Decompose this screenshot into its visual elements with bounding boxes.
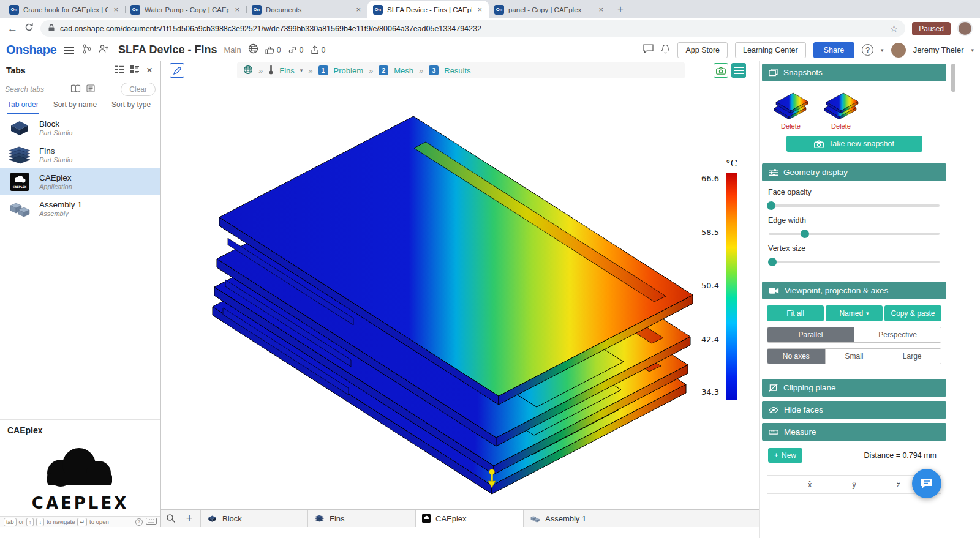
element-tab-caeplex[interactable]: CAEplex [416,510,524,527]
viewpoint-header[interactable]: Viewpoint, projection & axes [762,282,946,299]
back-icon[interactable]: ← [7,23,18,34]
tab-close-icon[interactable]: × [233,5,241,14]
notebook-icon[interactable] [86,84,95,95]
snapshot-thumbnail[interactable]: Delete [769,88,812,130]
browser-tab-crane-hook[interactable]: On Crane hook for CAEplex | CA × [4,1,125,18]
links-count[interactable]: 0 [288,45,304,54]
element-tab-assembly-1[interactable]: Assembly 1 [524,510,631,527]
no-axes-option[interactable]: No axes [767,349,825,364]
tab-close-icon[interactable]: × [476,5,483,14]
close-panel-icon[interactable]: × [145,64,154,77]
take-new-snapshot-button[interactable]: Take new snapshot [786,136,922,152]
large-axes-option[interactable]: Large [883,349,941,364]
user-avatar[interactable] [891,43,906,58]
step-problem-link[interactable]: Problem [334,66,363,75]
edge-width-slider[interactable] [769,230,940,238]
clipping-plane-header[interactable]: Clipping plane [762,379,946,397]
learning-center-button[interactable]: Learning Center [735,42,806,58]
slider-thumb[interactable] [768,258,777,266]
sidebar-item-block[interactable]: Block Part Studio [0,114,160,141]
panel-scrollbar[interactable] [951,64,956,92]
onshape-logo[interactable]: Onshape [6,43,56,57]
3d-viewport[interactable]: °C 66.6 58.5 50.4 42.4 34.3 [161,80,760,509]
sidebar-item-fins[interactable]: Fins Part Studio [0,141,160,168]
face-opacity-slider[interactable] [769,201,940,210]
sidebar-item-assembly-1[interactable]: Assembly 1 Assembly [0,195,160,222]
detail-view-icon[interactable] [130,65,139,76]
scope-globe-icon[interactable] [243,65,253,77]
app-store-button[interactable]: App Store [677,42,728,58]
screenshot-button[interactable] [714,63,728,78]
likes-count[interactable]: 0 [265,46,281,54]
tab-close-icon[interactable]: × [112,5,119,14]
share-users-icon[interactable] [99,44,109,56]
snapshot-thumbnail[interactable]: Delete [820,88,862,130]
keyboard-icon[interactable] [146,518,157,526]
parallel-option[interactable]: Parallel [767,327,854,342]
slider-thumb[interactable] [801,230,809,238]
search-tabs-input[interactable] [5,84,65,95]
new-measure-button[interactable]: +New [768,448,802,463]
browser-tab-slfa-device[interactable]: On SLFA Device - Fins | CAEplex × [368,1,489,18]
search-elements-icon[interactable] [161,510,181,527]
copy-paste-view-button[interactable]: Copy & paste [884,305,941,321]
sidebar-item-caeplex[interactable]: CAEPLEX CAEplex Application [0,168,160,195]
step-mesh-link[interactable]: Mesh [394,66,413,75]
named-views-button[interactable]: Named▾ [826,305,883,321]
geometry-display-header[interactable]: Geometry display [762,163,946,181]
share-button[interactable]: Share [813,42,854,58]
entity-dropdown[interactable]: Fins [279,66,295,75]
delete-snapshot-link[interactable]: Delete [820,122,862,130]
tab-close-icon[interactable]: × [597,5,605,14]
vertex-size-slider[interactable] [769,258,940,266]
tab-order-tab[interactable]: Tab order [7,100,39,114]
open-book-icon[interactable] [70,84,81,95]
user-name[interactable]: Jeremy Theler [913,45,964,54]
small-axes-option[interactable]: Small [825,349,883,364]
measure-header[interactable]: Measure [762,423,946,441]
shortcut-help-icon[interactable]: ? [135,518,143,526]
reload-icon[interactable] [24,23,34,34]
part-studio-fins-icon [6,144,34,165]
delete-snapshot-link[interactable]: Delete [769,122,812,130]
sort-by-name-tab[interactable]: Sort by name [53,100,97,114]
edit-button[interactable] [170,63,184,78]
main-menu-icon[interactable] [63,47,75,54]
element-tab-block[interactable]: Block [200,510,308,527]
hide-faces-header[interactable]: Hide faces [762,401,946,419]
viewpoint-section: Viewpoint, projection & axes Fit all Nam… [762,282,946,375]
comments-icon[interactable] [643,44,654,56]
bookmark-star-icon[interactable]: ☆ [890,23,898,34]
chat-widget-button[interactable] [912,469,941,498]
versions-icon[interactable] [82,44,92,56]
address-bar[interactable]: cad.onshape.com/documents/1f15d506a9cb39… [40,20,905,37]
key-tab: tab [4,518,17,526]
sort-by-type-tab[interactable]: Sort by type [111,100,151,114]
browser-tab-documents[interactable]: On Documents × [246,1,368,18]
public-globe-icon[interactable] [248,43,258,56]
entity-caret-icon[interactable]: ▾ [300,67,303,73]
new-tab-button[interactable]: + [612,1,628,17]
browser-profile-avatar[interactable] [957,21,973,36]
add-element-button[interactable]: + [181,510,198,527]
sync-paused-badge[interactable]: Paused [912,22,951,35]
caeplex-main-area: » Fins ▾ » 1 Problem » 2 Mesh » 3 Result… [161,61,760,509]
step-results-link[interactable]: Results [444,66,470,75]
tab-close-icon[interactable]: × [355,5,362,14]
help-icon[interactable]: ? [862,44,873,56]
notifications-bell-icon[interactable] [661,44,670,56]
perspective-option[interactable]: Perspective [854,327,941,342]
slider-thumb[interactable] [767,201,775,210]
results-list-button[interactable] [731,63,746,78]
exports-count[interactable]: 0 [311,45,326,54]
browser-tab-water-pump[interactable]: On Water Pump - Copy | CAEple × [125,1,246,18]
onshape-favicon: On [373,5,383,15]
fit-all-button[interactable]: Fit all [767,305,824,321]
thermal-icon [268,65,274,77]
browser-tab-panel-copy[interactable]: On panel - Copy | CAEplex × [489,1,610,18]
workspace-name[interactable]: Main [224,45,241,54]
snapshots-header[interactable]: Snapshots [762,64,946,81]
element-tab-fins[interactable]: Fins [308,510,416,527]
clear-search-button[interactable]: Clear [121,83,156,96]
list-view-icon[interactable] [115,65,124,76]
